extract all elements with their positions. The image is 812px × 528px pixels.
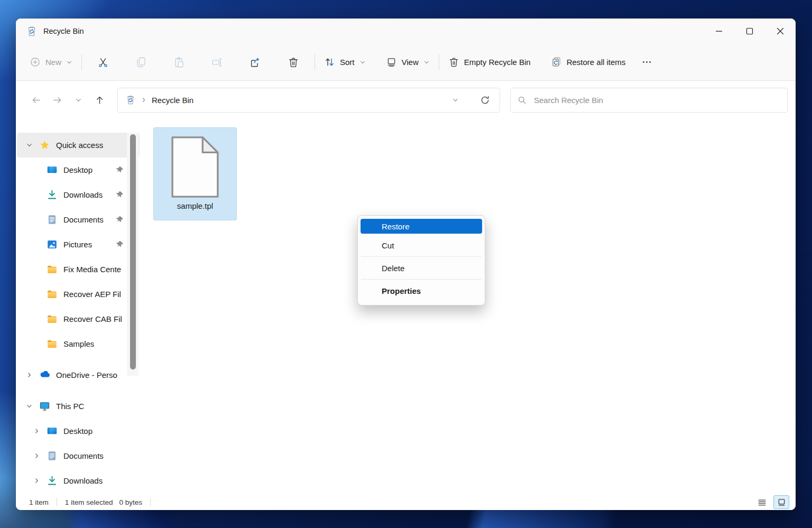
chevron-right-icon[interactable]	[32, 428, 41, 434]
downloads-icon	[47, 475, 58, 486]
folder-contents[interactable]: sample.tpl RestoreCutDeleteProperties	[141, 119, 796, 494]
sidebar-item-label: Documents	[63, 215, 104, 224]
copy-button[interactable]	[129, 52, 153, 73]
refresh-button[interactable]	[476, 89, 493, 110]
context-menu-item-cut[interactable]: Cut	[361, 234, 482, 256]
sidebar-item-fix-media-cente[interactable]: Fix Media Cente	[17, 257, 140, 282]
chevron-down-icon[interactable]	[24, 403, 34, 410]
share-button[interactable]	[243, 52, 267, 73]
sort-button[interactable]: Sort	[324, 57, 366, 68]
item-count: 1 item	[29, 498, 49, 506]
pictures-icon	[47, 239, 58, 250]
chevron-down-icon[interactable]	[24, 142, 34, 149]
sidebar-item-label: Desktop	[63, 427, 93, 436]
rename-icon	[211, 57, 223, 68]
arrow-right-icon	[52, 95, 63, 106]
folder-icon	[47, 313, 58, 325]
view-button[interactable]: View	[386, 57, 430, 68]
close-button[interactable]	[765, 18, 796, 44]
new-button[interactable]: New	[30, 57, 72, 68]
search-box[interactable]	[510, 88, 788, 113]
up-button[interactable]	[89, 89, 110, 110]
sidebar-item-desktop[interactable]: Desktop	[17, 158, 140, 182]
minimize-button[interactable]	[704, 18, 734, 44]
sidebar-item-label: This PC	[56, 402, 84, 411]
back-button[interactable]	[25, 89, 47, 110]
empty-recycle-bin-button[interactable]: Empty Recycle Bin	[448, 57, 531, 68]
sidebar-item-label: Downloads	[63, 476, 103, 485]
chevron-down-icon	[75, 97, 82, 104]
recycle-bin-icon	[26, 25, 38, 37]
delete-icon	[288, 57, 299, 68]
sidebar-item-label: Recover CAB Fil	[63, 314, 122, 323]
sort-icon	[324, 57, 335, 68]
sidebar-item-pictures[interactable]: Pictures	[17, 232, 140, 257]
large-icons-view-button[interactable]	[773, 495, 789, 509]
sidebar-item-this-pc[interactable]: This PC	[17, 394, 140, 419]
recent-locations-button[interactable]	[68, 89, 89, 110]
file-item-sample-tpl[interactable]: sample.tpl	[153, 127, 237, 220]
sidebar-item-recover-aep-fil[interactable]: Recover AEP Fil	[17, 282, 140, 307]
sidebar-item-documents[interactable]: Documents	[17, 443, 140, 468]
sidebar-item-label: Desktop	[63, 165, 93, 174]
sidebar-item-label: Quick access	[56, 141, 103, 150]
maximize-button[interactable]	[734, 18, 765, 44]
copy-icon	[135, 57, 147, 68]
context-menu-item-restore[interactable]: Restore	[361, 219, 482, 234]
pin-icon	[116, 216, 124, 224]
sidebar-item-onedrive-perso[interactable]: OneDrive - Perso	[17, 363, 140, 387]
plus-circle-icon	[30, 57, 41, 68]
sidebar-item-label: Documents	[63, 451, 104, 460]
sidebar-item-label: Samples	[63, 339, 94, 348]
file-explorer-window: Recycle Bin New Sort View Empty	[16, 18, 796, 510]
restore-all-items-button[interactable]: Restore all items	[551, 57, 626, 68]
context-menu: RestoreCutDeleteProperties	[357, 215, 485, 305]
sidebar-item-downloads[interactable]: Downloads	[17, 182, 140, 207]
sidebar-item-samples[interactable]: Samples	[17, 331, 140, 356]
pin-icon	[116, 240, 124, 248]
address-bar[interactable]: Recycle Bin	[117, 88, 500, 113]
sidebar-scrollbar[interactable]	[130, 134, 136, 369]
sidebar-item-label: Downloads	[63, 190, 103, 199]
chevron-right-icon	[141, 97, 147, 103]
sidebar-item-documents[interactable]: Documents	[17, 207, 140, 232]
sidebar-item-quick-access[interactable]: Quick access	[17, 133, 140, 158]
address-dropdown-button[interactable]	[447, 89, 464, 110]
see-more-button[interactable]	[641, 57, 652, 68]
chevron-right-icon[interactable]	[32, 477, 41, 484]
arrow-up-icon	[94, 95, 105, 106]
chevron-down-icon	[452, 97, 459, 104]
cut-button[interactable]	[91, 52, 115, 73]
breadcrumb[interactable]: Recycle Bin	[152, 96, 193, 105]
arrow-left-icon	[31, 95, 42, 106]
onedrive-icon	[39, 369, 50, 381]
forward-button[interactable]	[47, 89, 68, 110]
toolbar-separator	[315, 54, 315, 70]
delete-button[interactable]	[281, 52, 306, 73]
paste-button[interactable]	[167, 52, 191, 73]
context-menu-item-delete[interactable]: Delete	[361, 257, 482, 279]
details-view-button[interactable]	[754, 495, 770, 509]
new-button-label: New	[45, 58, 61, 67]
paste-icon	[173, 57, 185, 68]
sidebar-scrollbar-track	[127, 133, 139, 376]
search-input[interactable]	[534, 96, 781, 105]
sidebar-item-label: OneDrive - Perso	[56, 370, 117, 379]
selection-size: 0 bytes	[119, 498, 143, 506]
chevron-right-icon[interactable]	[24, 372, 34, 378]
documents-icon	[47, 214, 58, 225]
rename-button[interactable]	[205, 52, 229, 73]
sidebar-item-desktop[interactable]: Desktop	[17, 419, 140, 443]
chevron-down-icon	[66, 59, 72, 66]
status-bar: 1 item 1 item selected 0 bytes	[16, 494, 796, 510]
icon-view-icon	[777, 497, 787, 507]
chevron-right-icon[interactable]	[32, 452, 41, 459]
sidebar-item-recover-cab-fil[interactable]: Recover CAB Fil	[17, 307, 140, 331]
navigation-pane: Quick accessDesktopDownloadsDocumentsPic…	[16, 119, 141, 494]
sidebar-item-label: Recover AEP Fil	[63, 290, 121, 299]
sidebar-item-downloads[interactable]: Downloads	[17, 468, 140, 493]
documents-icon	[47, 450, 58, 461]
view-button-label: View	[402, 58, 419, 67]
minimize-icon	[713, 25, 725, 37]
context-menu-item-properties[interactable]: Properties	[361, 280, 482, 302]
